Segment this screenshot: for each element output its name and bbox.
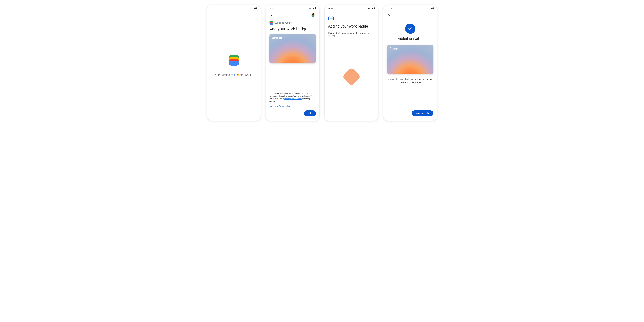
svg-rect-14 <box>432 8 434 9</box>
add-button[interactable]: Add <box>304 110 316 116</box>
svg-rect-1 <box>256 8 257 9</box>
wifi-icon <box>368 8 370 9</box>
work-badge-card: Initech <box>269 34 316 63</box>
status-icons <box>309 7 316 10</box>
battery-icon <box>315 7 316 10</box>
nav-handle[interactable] <box>403 119 418 120</box>
page-title: Added to Wallet <box>398 37 422 41</box>
page-title: Adding your work badge <box>328 24 375 28</box>
back-button[interactable] <box>269 12 274 17</box>
svg-rect-5 <box>312 16 314 17</box>
svg-rect-11 <box>331 18 333 18</box>
cell-signal-icon <box>371 8 373 9</box>
success-check-icon <box>405 24 416 34</box>
close-icon <box>388 13 391 16</box>
page-title: Add your work badge <box>269 27 316 32</box>
subtitle-text: Please don't leave or close this app whi… <box>328 32 375 37</box>
svg-rect-3 <box>315 8 316 9</box>
nav-handle[interactable] <box>344 119 359 120</box>
cell-signal-icon <box>430 8 432 9</box>
svg-rect-7 <box>374 8 375 9</box>
connecting-text: Connecting to Google Wallet <box>215 73 252 77</box>
card-brand-label: Initech <box>272 36 282 40</box>
battery-icon <box>374 7 375 10</box>
svg-point-10 <box>330 18 330 18</box>
wifi-icon <box>426 8 429 9</box>
nav-handle[interactable] <box>286 119 300 120</box>
card-brand-label: Initech <box>390 47 400 50</box>
description-text: It works like your plastic badge. Just t… <box>387 78 434 84</box>
status-bar: 12:30 <box>324 6 378 11</box>
screen-added: 11:29 Added to Wallet Initech <box>383 5 437 121</box>
view-in-wallet-button[interactable]: View in Wallet <box>412 110 434 116</box>
status-time: 12:30 <box>269 7 274 10</box>
wifi-icon <box>309 8 311 9</box>
status-icons <box>368 7 375 10</box>
svg-rect-6 <box>374 7 374 8</box>
avatar-person-icon <box>311 13 315 17</box>
svg-rect-0 <box>257 7 257 8</box>
svg-rect-2 <box>316 7 316 8</box>
status-time: 11:29 <box>386 7 392 10</box>
loading-indicator <box>342 67 361 86</box>
arrow-left-icon <box>270 13 274 16</box>
wallet-app-icon <box>229 55 239 66</box>
terms-row: Terms and Privacy Policy <box>269 105 316 107</box>
wallet-brand-label: Google Wallet <box>275 21 292 24</box>
battery-icon <box>432 7 434 10</box>
cell-signal-icon <box>312 8 314 9</box>
status-icons <box>426 7 434 10</box>
account-avatar-button[interactable] <box>310 12 316 18</box>
avatar <box>311 11 315 18</box>
wallet-brand-row: Google Wallet <box>269 21 316 25</box>
status-time: 12:30 <box>328 7 333 10</box>
status-bar: 12:30 <box>207 6 261 11</box>
close-button[interactable] <box>387 12 392 17</box>
svg-rect-13 <box>433 7 433 8</box>
battery-icon <box>256 7 258 10</box>
status-bar: 12:30 <box>266 6 320 11</box>
svg-rect-12 <box>331 19 333 19</box>
id-card-icon <box>328 16 375 21</box>
terms-link[interactable]: Terms <box>269 105 274 107</box>
screen-adding: 12:30 Adding your work badge Please don <box>324 5 378 121</box>
wallet-icon <box>269 21 273 25</box>
status-icons <box>250 7 258 10</box>
disclosure-text: After adding your work badge to Wallet, … <box>269 89 316 103</box>
manage-passes-link[interactable]: Manage passes data <box>284 98 302 100</box>
privacy-link[interactable]: Privacy Policy <box>278 105 290 107</box>
status-bar: 11:29 <box>383 6 437 11</box>
wifi-icon <box>250 8 252 9</box>
status-time: 12:30 <box>210 7 215 10</box>
nav-handle[interactable] <box>227 119 241 120</box>
work-badge-card: Initech <box>387 45 434 74</box>
screen-add-badge: 12:30 <box>266 5 320 121</box>
svg-rect-9 <box>330 16 332 17</box>
screen-connecting: 12:30 Connecting to Google Wallet <box>207 5 261 121</box>
cell-signal-icon <box>253 8 256 9</box>
